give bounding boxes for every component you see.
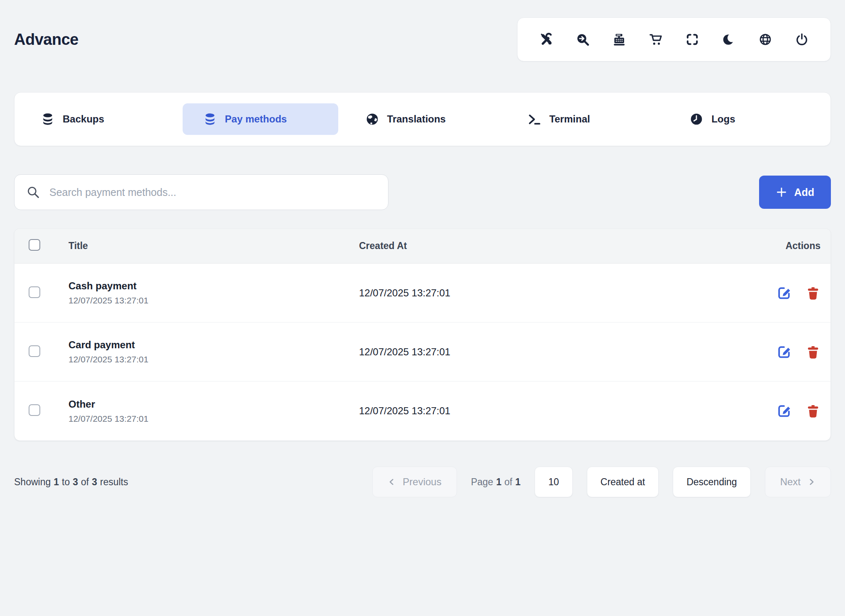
- tab-terminal[interactable]: Terminal: [507, 103, 662, 135]
- table-row: Cash payment 12/07/2025 13:27:01 12/07/2…: [15, 264, 830, 323]
- tab-bar: Backups Pay methods Translations: [14, 92, 831, 146]
- row-checkbox[interactable]: [29, 404, 40, 416]
- row-created-at: 12/07/2025 13:27:01: [345, 405, 735, 417]
- terminal-prompt-icon: [528, 112, 541, 126]
- tab-translations[interactable]: Translations: [345, 103, 501, 135]
- sort-direction-select[interactable]: Descending: [673, 467, 750, 497]
- tab-logs[interactable]: Logs: [669, 103, 825, 135]
- database-icon: [41, 112, 54, 126]
- previous-button[interactable]: Previous: [372, 467, 457, 497]
- select-all-checkbox[interactable]: [29, 239, 40, 251]
- search-field: [14, 174, 388, 210]
- row-checkbox[interactable]: [29, 286, 40, 298]
- tab-backups[interactable]: Backups: [20, 103, 176, 135]
- search-input[interactable]: [14, 174, 388, 210]
- fullscreen-icon[interactable]: [685, 32, 699, 46]
- row-subtitle: 12/07/2025 13:27:01: [68, 296, 345, 306]
- column-actions: Actions: [735, 240, 830, 252]
- row-checkbox[interactable]: [29, 345, 40, 357]
- tab-label: Terminal: [549, 113, 590, 125]
- earth-globe-icon: [366, 112, 379, 126]
- pay-methods-table: Title Created At Actions Cash payment 12…: [14, 228, 831, 441]
- row-title: Card payment: [68, 339, 345, 351]
- row-title: Other: [68, 398, 345, 410]
- row-subtitle: 12/07/2025 13:27:01: [68, 354, 345, 364]
- add-button[interactable]: Add: [759, 176, 831, 209]
- dark-mode-moon-icon[interactable]: [722, 32, 736, 46]
- row-created-at: 12/07/2025 13:27:01: [345, 346, 735, 358]
- edit-icon[interactable]: [777, 403, 791, 418]
- add-button-label: Add: [794, 186, 814, 198]
- per-page-select[interactable]: 10: [535, 467, 573, 497]
- page-title: Advance: [14, 31, 78, 49]
- row-subtitle: 12/07/2025 13:27:01: [68, 414, 345, 424]
- sort-field-select[interactable]: Created at: [587, 467, 659, 497]
- database-icon: [203, 112, 217, 126]
- delete-icon[interactable]: [806, 345, 821, 359]
- pager-controls: Previous Page 1 of 1 10 Created at Desce…: [372, 467, 831, 497]
- toolbar: [517, 17, 831, 61]
- previous-label: Previous: [403, 476, 441, 488]
- chevron-right-icon: [807, 478, 816, 486]
- table-header: Title Created At Actions: [15, 229, 830, 264]
- results-summary: Showing 1 to 3 of 3 results: [14, 477, 128, 488]
- row-title: Cash payment: [68, 280, 345, 292]
- tab-label: Backups: [63, 113, 104, 125]
- tools-icon[interactable]: [539, 32, 553, 46]
- search-row: Add: [14, 174, 831, 210]
- search-icon: [27, 186, 40, 199]
- language-globe-icon[interactable]: [758, 32, 772, 46]
- edit-icon[interactable]: [777, 286, 791, 301]
- delete-icon[interactable]: [806, 403, 821, 418]
- pagination-bar: Showing 1 to 3 of 3 results Previous Pag…: [14, 467, 831, 497]
- table-row: Card payment 12/07/2025 13:27:01 12/07/2…: [15, 323, 830, 381]
- table-row: Other 12/07/2025 13:27:01 12/07/2025 13:…: [15, 381, 830, 440]
- power-icon[interactable]: [795, 32, 809, 46]
- tab-label: Pay methods: [225, 113, 287, 125]
- delete-icon[interactable]: [806, 286, 821, 301]
- tab-label: Translations: [387, 113, 446, 125]
- edit-icon[interactable]: [777, 345, 791, 359]
- page: Advance: [0, 0, 845, 497]
- tab-label: Logs: [711, 113, 735, 125]
- plus-icon: [776, 186, 787, 198]
- page-info: Page 1 of 1: [471, 477, 521, 488]
- clock-icon: [690, 112, 703, 126]
- shopping-cart-icon[interactable]: [649, 32, 663, 46]
- chevron-left-icon: [388, 478, 396, 486]
- zoom-arrow-icon[interactable]: [576, 32, 590, 46]
- next-button[interactable]: Next: [765, 467, 831, 497]
- row-created-at: 12/07/2025 13:27:01: [345, 287, 735, 299]
- cash-register-icon[interactable]: [612, 32, 626, 46]
- column-title: Title: [54, 240, 345, 252]
- header: Advance: [14, 17, 831, 61]
- next-label: Next: [780, 476, 801, 488]
- tab-pay-methods[interactable]: Pay methods: [183, 103, 338, 135]
- column-created-at: Created At: [345, 240, 735, 252]
